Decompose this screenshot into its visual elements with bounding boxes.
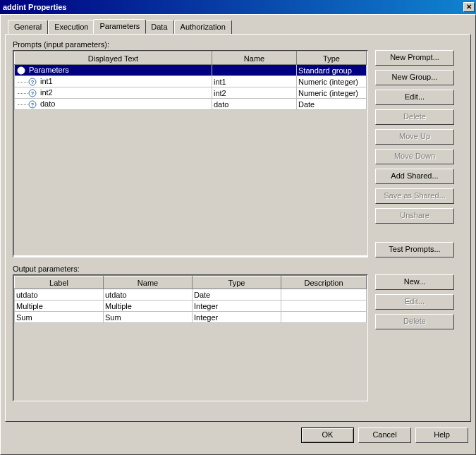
prompts-table: Displayed Text Name Type ParametersStand… [14,51,367,110]
col-out-name[interactable]: Name [104,277,193,289]
help-button[interactable]: Help [415,427,468,443]
table-row[interactable]: MultipleMultipleInteger [15,301,367,312]
output-buttons: New...Edit...Delete [375,274,454,401]
col-out-type[interactable]: Type [193,277,281,289]
cell-type: Standard group [298,66,352,75]
tab-parameters[interactable]: Parameters [93,19,146,34]
cell-label: Sum [16,313,32,322]
title-bar: addint Properties ✕ [0,0,476,14]
cell-type: Date [194,291,210,299]
cell-type: Numeric (integer) [298,89,358,97]
edit-button[interactable]: Edit... [375,90,454,105]
tab-authorization[interactable]: Authorization [174,20,232,35]
output-listbox[interactable]: Label Name Type Description utdatoutdato… [13,274,368,401]
cell-displayed: int1 [40,77,53,85]
output-edit-button: Edit... [375,294,454,310]
cell-name: Sum [105,313,121,322]
window-title: addint Properties [3,3,66,11]
dialog-buttons: OK Cancel Help [5,427,471,443]
prompts-listbox[interactable]: Displayed Text Name Type ParametersStand… [13,50,368,257]
prompt-icon: ? [28,89,37,97]
prompts-header-row: Displayed Text Name Type [15,52,367,65]
cancel-button[interactable]: Cancel [358,427,411,443]
table-row[interactable]: ParametersStandard group [15,65,367,76]
tab-general[interactable]: General [8,20,48,35]
svg-point-0 [18,67,25,74]
move-down-button: Move Down [375,149,454,164]
prompt-icon: ? [28,100,37,109]
close-button[interactable]: ✕ [463,2,475,12]
dialog-body: General Execution Parameters Data Author… [0,14,476,455]
group-icon [16,66,26,75]
cell-type: Date [298,100,315,109]
tab-data[interactable]: Data [145,20,173,35]
add-shared-button[interactable]: Add Shared... [375,169,454,184]
output-new-button[interactable]: New... [375,274,454,290]
tab-strip: General Execution Parameters Data Author… [8,19,471,34]
col-displayed-text[interactable]: Displayed Text [15,52,212,65]
svg-text:?: ? [31,90,35,97]
ok-button[interactable]: OK [301,427,354,443]
table-row[interactable]: ?int2int2Numeric (integer) [15,87,367,99]
cell-type: Numeric (integer) [298,78,358,86]
cell-name: utdato [105,291,127,299]
cell-label: Multiple [16,302,43,310]
tab-execution[interactable]: Execution [48,20,94,35]
cell-type: Integer [194,302,218,310]
prompts-label: Prompts (input parameters): [13,40,463,49]
move-up-button: Move Up [375,129,454,145]
table-row[interactable]: ?int1int1Numeric (integer) [15,76,367,87]
cell-label: utdato [16,291,38,299]
cell-displayed: Parameters [29,66,69,74]
prompts-buttons: New Prompt...New Group...Edit...DeleteMo… [375,50,454,257]
output-header-row: Label Name Type Description [15,277,367,289]
cell-name: dato [214,100,228,109]
cell-name: int1 [214,78,226,86]
table-row[interactable]: ?datodatoDate [15,99,367,110]
new-group-button[interactable]: New Group... [375,70,454,85]
col-type[interactable]: Type [297,52,367,65]
col-out-description[interactable]: Description [281,277,367,289]
unshare-button: Unshare [375,208,454,224]
output-delete-button: Delete [375,314,454,329]
table-row[interactable]: utdatoutdatoDate [15,289,367,301]
new-prompt-button[interactable]: New Prompt... [375,50,454,66]
cell-name: Multiple [105,302,132,310]
cell-displayed: int2 [40,88,53,97]
svg-text:?: ? [31,102,35,108]
svg-text:?: ? [31,79,35,85]
cell-displayed: dato [40,99,55,108]
output-table: Label Name Type Description utdatoutdato… [14,276,367,323]
prompt-icon: ? [28,78,37,86]
delete-button: Delete [375,109,454,125]
table-row[interactable]: SumSumInteger [15,312,367,323]
save-as-shared-button: Save as Shared... [375,188,454,204]
test-prompts-button[interactable]: Test Prompts... [375,242,454,257]
cell-name: int2 [214,89,226,97]
col-name[interactable]: Name [212,52,297,65]
cell-type: Integer [194,313,218,322]
col-out-label[interactable]: Label [15,277,104,289]
tab-panel-parameters: Prompts (input parameters): Displayed Te… [5,34,471,422]
output-label: Output parameters: [13,265,463,273]
